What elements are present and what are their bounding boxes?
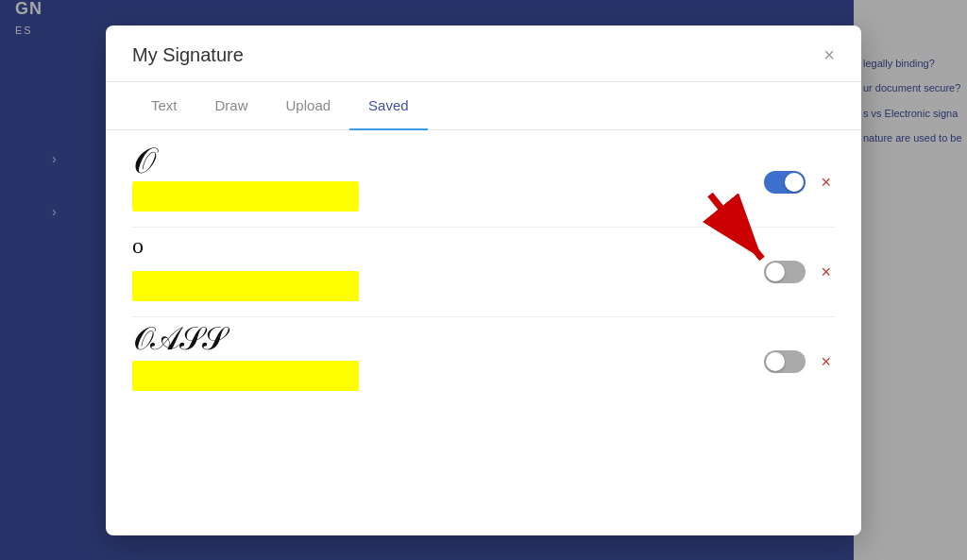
signature-list: 𝒪 × o <box>106 130 861 425</box>
delete-button-1[interactable]: × <box>817 172 835 193</box>
signature-preview-3: 𝒪𝒜𝒮𝒮 <box>132 332 745 391</box>
signature-row-2: o × <box>132 228 835 317</box>
delete-button-2[interactable]: × <box>817 262 835 282</box>
signature-controls-1: × <box>764 171 835 194</box>
tabs-container: Text Draw Upload Saved <box>106 82 861 130</box>
modal-header: My Signature × <box>106 25 861 82</box>
signature-preview-1: 𝒪 <box>132 153 745 212</box>
tab-saved[interactable]: Saved <box>349 82 428 130</box>
toggle-knob-3 <box>766 352 785 371</box>
signature-image-area-1: 𝒪 <box>132 153 359 212</box>
signature-modal: My Signature × Text Draw Upload Saved 𝒪 <box>106 25 861 535</box>
signature-yellow-bar-2 <box>132 271 359 301</box>
toggle-knob-1 <box>785 173 804 192</box>
signature-controls-2: × <box>764 261 835 283</box>
toggle-track-1[interactable] <box>764 171 806 194</box>
signature-image-area-2: o <box>132 243 359 301</box>
signature-controls-3: × <box>764 350 835 373</box>
toggle-2[interactable] <box>764 261 806 283</box>
signature-row-3: 𝒪𝒜𝒮𝒮 × <box>132 317 835 406</box>
tab-upload[interactable]: Upload <box>267 82 350 130</box>
signature-row-1: 𝒪 × <box>132 138 835 228</box>
signature-yellow-bar-1 <box>132 181 359 212</box>
toggle-3[interactable] <box>764 350 806 373</box>
signature-image-area-3: 𝒪𝒜𝒮𝒮 <box>132 332 359 391</box>
signature-yellow-bar-3 <box>132 361 359 391</box>
signature-preview-2: o <box>132 243 745 301</box>
toggle-track-3[interactable] <box>764 350 806 373</box>
modal-close-button[interactable]: × <box>823 45 835 64</box>
delete-button-3[interactable]: × <box>817 351 835 372</box>
tab-text[interactable]: Text <box>132 82 196 130</box>
toggle-track-2[interactable] <box>764 261 806 283</box>
modal-title: My Signature <box>132 44 244 66</box>
toggle-knob-2 <box>766 263 785 281</box>
tab-draw[interactable]: Draw <box>196 82 267 130</box>
modal-overlay: My Signature × Text Draw Upload Saved 𝒪 <box>0 0 967 560</box>
toggle-1[interactable] <box>764 171 806 194</box>
